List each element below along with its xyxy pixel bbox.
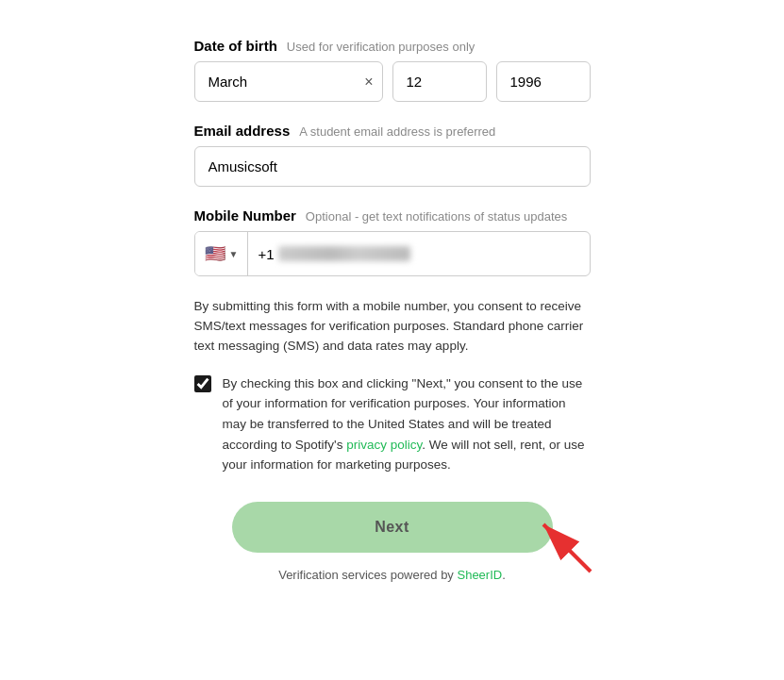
phone-prefix: +1 <box>248 235 277 274</box>
dob-month-wrapper: × <box>194 61 383 102</box>
privacy-policy-link[interactable]: privacy policy <box>346 438 422 452</box>
sheerid-link[interactable]: SheerID <box>457 568 502 582</box>
next-button[interactable]: Next <box>232 502 553 553</box>
dob-hint: Used for verification purposes only <box>287 40 475 54</box>
dob-day-wrapper <box>392 61 487 102</box>
phone-input-wrapper: 🇺🇸 ▼ +1 <box>194 231 591 276</box>
sms-consent-text: By submitting this form with a mobile nu… <box>194 297 591 357</box>
dob-year-wrapper <box>496 61 591 102</box>
footer-text-after: . <box>502 568 506 582</box>
dob-label: Date of birth <box>194 38 277 54</box>
dob-field-group: Date of birth Used for verification purp… <box>194 38 591 102</box>
form-container: Date of birth Used for verification purp… <box>157 19 628 610</box>
country-flag: 🇺🇸 <box>205 243 225 264</box>
dob-month-input[interactable] <box>194 61 383 102</box>
country-select[interactable]: 🇺🇸 ▼ <box>195 232 249 275</box>
dob-day-input[interactable] <box>392 61 487 102</box>
dob-year-input[interactable] <box>496 61 591 102</box>
mobile-hint: Optional - get text notifications of sta… <box>306 209 568 224</box>
email-input[interactable] <box>194 146 591 187</box>
footer-text-before: Verification services powered by <box>278 568 457 582</box>
verification-footer: Verification services powered by SheerID… <box>194 568 591 582</box>
email-field-group: Email address A student email address is… <box>194 123 591 187</box>
phone-number-blurred <box>278 246 410 261</box>
clear-icon: × <box>364 74 373 91</box>
email-label: Email address <box>194 123 291 139</box>
mobile-label: Mobile Number <box>194 207 296 224</box>
consent-text: By checking this box and clicking "Next,… <box>223 373 591 475</box>
dob-inputs-row: × <box>194 61 591 102</box>
checkbox-consent-row: By checking this box and clicking "Next,… <box>194 373 591 475</box>
consent-checkbox[interactable] <box>194 375 211 392</box>
next-button-wrapper: Next <box>194 502 591 553</box>
mobile-field-group: Mobile Number Optional - get text notifi… <box>194 207 591 276</box>
chevron-down-icon: ▼ <box>229 249 239 259</box>
email-hint: A student email address is preferred <box>299 124 495 139</box>
dob-month-clear-button[interactable]: × <box>364 74 373 91</box>
